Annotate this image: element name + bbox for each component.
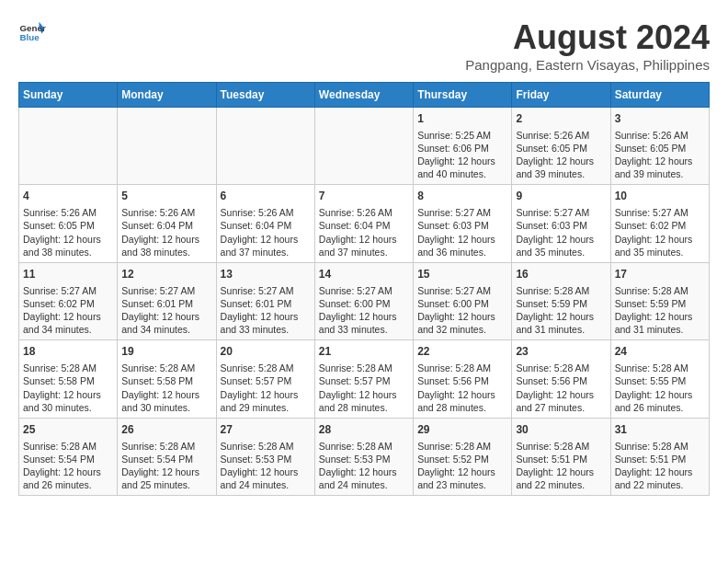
header-day-monday: Monday: [118, 83, 216, 108]
day-number: 8: [417, 189, 507, 204]
cell-content: Sunrise: 5:28 AM Sunset: 5:53 PM Dayligh…: [319, 440, 409, 492]
calendar-body: 1Sunrise: 5:25 AM Sunset: 6:06 PM Daylig…: [19, 108, 710, 496]
cell-content: Sunrise: 5:28 AM Sunset: 5:58 PM Dayligh…: [23, 362, 113, 414]
page-header: General Blue August 2024 Pangpang, Easte…: [18, 18, 710, 73]
logo-icon: General Blue: [18, 18, 46, 46]
day-number: 12: [121, 267, 211, 282]
cell-content: Sunrise: 5:28 AM Sunset: 5:56 PM Dayligh…: [417, 362, 507, 414]
calendar-cell: 30Sunrise: 5:28 AM Sunset: 5:51 PM Dayli…: [512, 418, 610, 495]
calendar-cell: 14Sunrise: 5:27 AM Sunset: 6:00 PM Dayli…: [314, 262, 413, 339]
day-number: 13: [221, 267, 311, 282]
main-title: August 2024: [465, 18, 710, 57]
cell-content: Sunrise: 5:28 AM Sunset: 5:55 PM Dayligh…: [615, 362, 705, 414]
calendar-cell: 23Sunrise: 5:28 AM Sunset: 5:56 PM Dayli…: [512, 340, 610, 418]
cell-content: Sunrise: 5:28 AM Sunset: 5:54 PM Dayligh…: [23, 440, 113, 492]
calendar-cell: 9Sunrise: 5:27 AM Sunset: 6:03 PM Daylig…: [512, 185, 610, 262]
title-area: August 2024 Pangpang, Eastern Visayas, P…: [465, 18, 710, 73]
day-number: 18: [23, 344, 113, 360]
day-number: 3: [615, 111, 705, 127]
header-day-wednesday: Wednesday: [314, 83, 413, 108]
day-number: 19: [121, 344, 211, 360]
day-number: 10: [615, 189, 705, 204]
day-number: 9: [516, 189, 606, 204]
cell-content: Sunrise: 5:26 AM Sunset: 6:05 PM Dayligh…: [516, 129, 606, 181]
calendar-cell: 31Sunrise: 5:28 AM Sunset: 5:51 PM Dayli…: [610, 418, 709, 495]
day-number: 14: [319, 267, 409, 282]
calendar-cell: 21Sunrise: 5:28 AM Sunset: 5:57 PM Dayli…: [314, 340, 413, 418]
cell-content: Sunrise: 5:28 AM Sunset: 5:59 PM Dayligh…: [516, 284, 606, 337]
header-row: SundayMondayTuesdayWednesdayThursdayFrid…: [19, 83, 710, 108]
subtitle: Pangpang, Eastern Visayas, Philippines: [465, 57, 710, 73]
cell-content: Sunrise: 5:26 AM Sunset: 6:05 PM Dayligh…: [615, 129, 705, 181]
calendar-cell: 10Sunrise: 5:27 AM Sunset: 6:02 PM Dayli…: [610, 185, 709, 262]
day-number: 29: [417, 422, 507, 438]
calendar-cell: [216, 108, 314, 185]
header-day-tuesday: Tuesday: [216, 83, 314, 108]
day-number: 23: [516, 344, 606, 360]
cell-content: Sunrise: 5:26 AM Sunset: 6:05 PM Dayligh…: [23, 206, 113, 259]
cell-content: Sunrise: 5:27 AM Sunset: 6:02 PM Dayligh…: [23, 284, 113, 337]
calendar-cell: 16Sunrise: 5:28 AM Sunset: 5:59 PM Dayli…: [512, 262, 610, 339]
week-row-2: 4Sunrise: 5:26 AM Sunset: 6:05 PM Daylig…: [19, 185, 710, 262]
cell-content: Sunrise: 5:28 AM Sunset: 5:58 PM Dayligh…: [121, 362, 211, 414]
cell-content: Sunrise: 5:28 AM Sunset: 5:51 PM Dayligh…: [516, 440, 606, 492]
day-number: 22: [417, 344, 507, 360]
calendar-cell: 11Sunrise: 5:27 AM Sunset: 6:02 PM Dayli…: [19, 262, 118, 339]
day-number: 15: [417, 267, 507, 282]
header-day-saturday: Saturday: [610, 83, 709, 108]
day-number: 17: [615, 267, 705, 282]
week-row-5: 25Sunrise: 5:28 AM Sunset: 5:54 PM Dayli…: [19, 418, 710, 495]
cell-content: Sunrise: 5:27 AM Sunset: 6:03 PM Dayligh…: [516, 206, 606, 259]
header-day-thursday: Thursday: [414, 83, 512, 108]
cell-content: Sunrise: 5:27 AM Sunset: 6:03 PM Dayligh…: [417, 206, 507, 259]
calendar-header: SundayMondayTuesdayWednesdayThursdayFrid…: [19, 83, 710, 108]
day-number: 25: [23, 422, 113, 438]
calendar-cell: 29Sunrise: 5:28 AM Sunset: 5:52 PM Dayli…: [414, 418, 512, 495]
calendar-cell: 28Sunrise: 5:28 AM Sunset: 5:53 PM Dayli…: [314, 418, 413, 495]
calendar-cell: 19Sunrise: 5:28 AM Sunset: 5:58 PM Dayli…: [118, 340, 216, 418]
cell-content: Sunrise: 5:27 AM Sunset: 6:02 PM Dayligh…: [615, 206, 705, 259]
day-number: 4: [23, 189, 113, 204]
cell-content: Sunrise: 5:26 AM Sunset: 6:04 PM Dayligh…: [221, 206, 311, 259]
header-day-friday: Friday: [512, 83, 610, 108]
calendar-cell: 17Sunrise: 5:28 AM Sunset: 5:59 PM Dayli…: [610, 262, 709, 339]
calendar-cell: 5Sunrise: 5:26 AM Sunset: 6:04 PM Daylig…: [118, 185, 216, 262]
day-number: 31: [615, 422, 705, 438]
cell-content: Sunrise: 5:27 AM Sunset: 6:00 PM Dayligh…: [417, 284, 507, 337]
day-number: 11: [23, 267, 113, 282]
cell-content: Sunrise: 5:27 AM Sunset: 6:01 PM Dayligh…: [221, 284, 311, 337]
calendar-table: SundayMondayTuesdayWednesdayThursdayFrid…: [18, 82, 710, 496]
cell-content: Sunrise: 5:28 AM Sunset: 5:56 PM Dayligh…: [516, 362, 606, 414]
logo: General Blue: [18, 18, 46, 46]
calendar-cell: 13Sunrise: 5:27 AM Sunset: 6:01 PM Dayli…: [216, 262, 314, 339]
header-day-sunday: Sunday: [19, 83, 118, 108]
day-number: 2: [516, 111, 606, 127]
calendar-cell: 8Sunrise: 5:27 AM Sunset: 6:03 PM Daylig…: [414, 185, 512, 262]
calendar-cell: 6Sunrise: 5:26 AM Sunset: 6:04 PM Daylig…: [216, 185, 314, 262]
week-row-1: 1Sunrise: 5:25 AM Sunset: 6:06 PM Daylig…: [19, 108, 710, 185]
day-number: 28: [319, 422, 409, 438]
calendar-cell: 27Sunrise: 5:28 AM Sunset: 5:53 PM Dayli…: [216, 418, 314, 495]
calendar-cell: [314, 108, 413, 185]
calendar-cell: 12Sunrise: 5:27 AM Sunset: 6:01 PM Dayli…: [118, 262, 216, 339]
day-number: 5: [121, 189, 211, 204]
calendar-cell: 7Sunrise: 5:26 AM Sunset: 6:04 PM Daylig…: [314, 185, 413, 262]
calendar-cell: 18Sunrise: 5:28 AM Sunset: 5:58 PM Dayli…: [19, 340, 118, 418]
calendar-cell: 2Sunrise: 5:26 AM Sunset: 6:05 PM Daylig…: [512, 108, 610, 185]
calendar-cell: 20Sunrise: 5:28 AM Sunset: 5:57 PM Dayli…: [216, 340, 314, 418]
day-number: 27: [221, 422, 311, 438]
cell-content: Sunrise: 5:26 AM Sunset: 6:04 PM Dayligh…: [121, 206, 211, 259]
calendar-cell: [19, 108, 118, 185]
week-row-3: 11Sunrise: 5:27 AM Sunset: 6:02 PM Dayli…: [19, 262, 710, 339]
day-number: 7: [319, 189, 409, 204]
cell-content: Sunrise: 5:28 AM Sunset: 5:51 PM Dayligh…: [615, 440, 705, 492]
day-number: 26: [121, 422, 211, 438]
cell-content: Sunrise: 5:28 AM Sunset: 5:57 PM Dayligh…: [319, 362, 409, 414]
day-number: 6: [221, 189, 311, 204]
cell-content: Sunrise: 5:27 AM Sunset: 6:01 PM Dayligh…: [121, 284, 211, 337]
cell-content: Sunrise: 5:26 AM Sunset: 6:04 PM Dayligh…: [319, 206, 409, 259]
day-number: 1: [417, 111, 507, 127]
calendar-cell: 4Sunrise: 5:26 AM Sunset: 6:05 PM Daylig…: [19, 185, 118, 262]
calendar-cell: 26Sunrise: 5:28 AM Sunset: 5:54 PM Dayli…: [118, 418, 216, 495]
cell-content: Sunrise: 5:28 AM Sunset: 5:52 PM Dayligh…: [417, 440, 507, 492]
